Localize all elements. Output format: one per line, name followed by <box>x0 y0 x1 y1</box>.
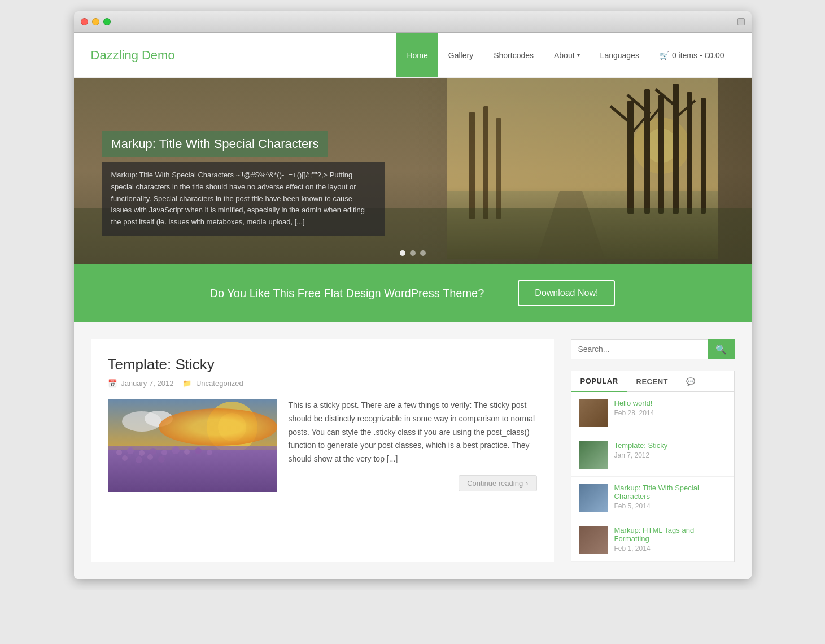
svg-point-28 <box>150 448 156 455</box>
svg-rect-9 <box>701 98 706 214</box>
tab-post-title-4[interactable]: Markup: HTML Tags and Formatting <box>614 526 726 543</box>
svg-point-29 <box>161 450 167 455</box>
browser-buttons <box>81 18 111 25</box>
search-button[interactable]: 🔍 <box>708 339 735 359</box>
post-excerpt: This is a sticky post. There are a few t… <box>289 399 537 492</box>
post-date-meta: 📅 January 7, 2012 <box>108 379 174 388</box>
svg-point-25 <box>116 450 122 455</box>
tab-post-item-3: Markup: Title With Special Characters Fe… <box>571 477 734 519</box>
svg-rect-8 <box>687 92 692 214</box>
hero-trees-svg <box>447 78 718 259</box>
slider-dot-2[interactable] <box>410 250 416 256</box>
maximize-button[interactable] <box>103 18 111 25</box>
browser-window: Dazzling Demo Home Gallery Shortcodes Ab… <box>74 11 752 579</box>
tab-posts-list: Hello world! Feb 28, 2014 Template: Stic… <box>571 392 734 562</box>
tab-post-title-3[interactable]: Markup: Title With Special Characters <box>614 484 726 501</box>
hero-description: Markup: Title With Special Characters ~'… <box>111 169 376 228</box>
tab-recent[interactable]: RECENT <box>627 371 677 391</box>
search-widget: 🔍 <box>571 339 735 359</box>
tab-post-thumb-1 <box>579 399 608 427</box>
calendar-icon: 📅 <box>108 379 117 388</box>
tab-post-info-2: Template: Sticky Jan 7, 2012 <box>614 441 726 459</box>
nav-gallery[interactable]: Gallery <box>438 33 483 77</box>
hero-title-box: Markup: Title With Special Characters <box>102 131 328 157</box>
post-meta: 📅 January 7, 2012 📁 Uncategorized <box>108 379 537 388</box>
search-icon: 🔍 <box>715 345 727 354</box>
tab-post-date-4: Feb 1, 2014 <box>614 545 726 552</box>
post-footer: Continue reading › <box>289 475 537 491</box>
tab-post-title-2[interactable]: Template: Sticky <box>614 441 726 450</box>
svg-point-26 <box>127 447 134 454</box>
cart-item[interactable]: 🛒 0 items - £0.00 <box>649 33 735 77</box>
post-article: Template: Sticky 📅 January 7, 2012 📁 Unc… <box>108 356 537 492</box>
svg-point-30 <box>172 446 180 454</box>
cta-text: Do You Like This Free Flat Design WordPr… <box>210 287 484 300</box>
arrow-right-icon: › <box>526 479 528 488</box>
hero-content: Markup: Title With Special Characters Ma… <box>102 131 385 236</box>
nav-shortcodes[interactable]: Shortcodes <box>483 33 544 77</box>
tab-post-title-1[interactable]: Hello world! <box>614 399 726 407</box>
nav-home[interactable]: Home <box>396 33 438 77</box>
search-input[interactable] <box>571 339 708 359</box>
svg-rect-6 <box>658 95 664 214</box>
hero-description-box: Markup: Title With Special Characters ~'… <box>102 162 385 236</box>
tabs-header: POPULAR RECENT 💬 <box>571 371 734 392</box>
tab-post-info-1: Hello world! Feb 28, 2014 <box>614 399 726 417</box>
site-header: Dazzling Demo Home Gallery Shortcodes Ab… <box>74 33 752 78</box>
tab-comments[interactable]: 💬 <box>677 371 705 391</box>
svg-rect-16 <box>469 112 475 219</box>
sidebar: 🔍 POPULAR RECENT 💬 <box>571 339 735 562</box>
tab-post-date-2: Jan 7, 2012 <box>614 451 726 459</box>
cart-icon: 🛒 <box>660 51 669 60</box>
download-button[interactable]: Download Now! <box>518 280 615 306</box>
svg-point-32 <box>195 447 202 454</box>
tab-post-thumb-4 <box>579 526 608 554</box>
tab-post-thumb-2 <box>579 441 608 469</box>
tab-post-thumb-3 <box>579 484 608 512</box>
main-content: Template: Sticky 📅 January 7, 2012 📁 Unc… <box>74 322 752 579</box>
svg-rect-18 <box>496 118 501 219</box>
tab-popular[interactable]: POPULAR <box>571 371 627 392</box>
svg-rect-5 <box>644 89 650 214</box>
folder-icon: 📁 <box>182 379 191 388</box>
browser-titlebar <box>74 11 752 33</box>
tab-post-info-3: Markup: Title With Special Characters Fe… <box>614 484 726 510</box>
close-button[interactable] <box>81 18 88 25</box>
nav-languages[interactable]: Languages <box>590 33 649 77</box>
post-featured-image <box>108 399 277 492</box>
minimize-button[interactable] <box>92 18 99 25</box>
tab-post-date-1: Feb 28, 2014 <box>614 409 726 417</box>
svg-point-31 <box>184 449 190 455</box>
svg-rect-24 <box>108 450 277 492</box>
comments-icon: 💬 <box>686 377 696 386</box>
post-category-meta: 📁 Uncategorized <box>182 379 243 388</box>
hero-slider: Markup: Title With Special Characters Ma… <box>74 78 752 264</box>
post-body: This is a sticky post. There are a few t… <box>108 399 537 492</box>
svg-point-21 <box>218 413 246 441</box>
cta-banner: Do You Like This Free Flat Design WordPr… <box>74 264 752 322</box>
tab-post-item-1: Hello world! Feb 28, 2014 <box>571 392 734 434</box>
svg-point-23 <box>145 411 173 427</box>
slider-dots <box>400 250 426 256</box>
site-nav: Home Gallery Shortcodes About ▾ Language… <box>396 33 734 77</box>
hero-title: Markup: Title With Special Characters <box>111 137 319 151</box>
site-title[interactable]: Dazzling Demo <box>91 48 397 63</box>
posts-area: Template: Sticky 📅 January 7, 2012 📁 Unc… <box>91 339 554 562</box>
svg-point-36 <box>147 454 153 460</box>
slider-dot-1[interactable] <box>400 250 405 256</box>
expand-button[interactable] <box>737 18 745 25</box>
svg-rect-4 <box>627 101 634 214</box>
svg-point-34 <box>122 455 128 461</box>
tab-post-item-4: Markup: HTML Tags and Formatting Feb 1, … <box>571 519 734 562</box>
svg-point-27 <box>139 450 145 456</box>
svg-point-37 <box>158 456 165 463</box>
svg-point-20 <box>207 402 257 452</box>
nav-about[interactable]: About ▾ <box>544 33 590 77</box>
post-image-svg <box>108 399 277 492</box>
post-title: Template: Sticky <box>108 356 537 373</box>
slider-dot-3[interactable] <box>420 250 426 256</box>
continue-reading-button[interactable]: Continue reading › <box>459 475 536 491</box>
dropdown-arrow-icon: ▾ <box>577 52 580 58</box>
svg-rect-17 <box>483 106 488 219</box>
tab-post-date-3: Feb 5, 2014 <box>614 502 726 510</box>
